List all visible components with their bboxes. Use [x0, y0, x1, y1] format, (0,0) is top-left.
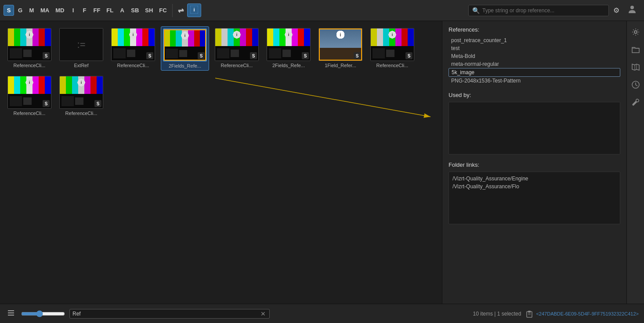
thumbnail-item[interactable]: S i ReferenceCli...	[368, 26, 416, 71]
thumbnail-label: 2Fields_Refe...	[163, 63, 207, 68]
toolbar-btn-sb[interactable]: SB	[128, 5, 141, 15]
toolbar-btn-f[interactable]: F	[79, 5, 90, 15]
filter-clear-button[interactable]: ✕	[260, 310, 267, 317]
toolbar-btn-g[interactable]: G	[15, 5, 25, 15]
thumbnail-item[interactable]: S i ReferenceCli...	[5, 26, 54, 71]
zoom-slider[interactable]	[21, 310, 65, 317]
svg-marker-6	[632, 64, 639, 70]
side-map-button[interactable]	[628, 60, 643, 75]
folder-icon	[631, 45, 640, 54]
search-icon: 🔍	[472, 7, 480, 14]
folder-link-item: /Vizrt-Quality_Assurance/Flo	[452, 183, 616, 190]
toolbar: S G M MA MD I F FF FL A SB SH FC ⇌ i 🔍 ⚙	[0, 0, 644, 21]
sort-button[interactable]: ⇌	[175, 4, 186, 16]
thumbnail-grid: S i ReferenceCli...:=ExtRef S i Referenc…	[5, 26, 437, 118]
thumbnail-item[interactable]: S i ReferenceCli...	[5, 74, 54, 118]
bottom-bar: ✕ 10 items | 1 selected <247DABDE-6E09-5…	[0, 304, 644, 323]
used-by-box	[449, 102, 620, 154]
thumbnail-item[interactable]: S i 2Fields_Refe...	[264, 26, 313, 71]
toolbar-btn-md[interactable]: MD	[53, 5, 67, 15]
user-icon	[627, 4, 637, 14]
list-view-icon	[7, 309, 15, 317]
svg-text:i: i	[193, 7, 195, 12]
toolbar-btn-fl[interactable]: FL	[104, 5, 116, 15]
gear-icon	[631, 28, 640, 36]
side-tools-button[interactable]	[628, 95, 643, 110]
side-folder-button[interactable]	[628, 42, 643, 57]
main-content: S i ReferenceCli...:=ExtRef S i Referenc…	[0, 21, 644, 304]
thumbnail-label: ReferenceCli...	[59, 111, 103, 116]
thumbnail-label: ReferenceCli...	[7, 63, 51, 68]
info-button[interactable]: i	[187, 4, 201, 17]
toolbar-btn-fc[interactable]: FC	[156, 5, 169, 15]
svg-point-2	[630, 6, 634, 9]
right-panel-content: References: post_retrace_counter_1testMe…	[442, 21, 626, 304]
toolbar-btn-i[interactable]: I	[68, 5, 78, 15]
thumbnail-label: ReferenceCli...	[7, 111, 51, 116]
search-input[interactable]	[482, 7, 597, 14]
uuid-text: <247DABDE-6E09-5D4F-9FF751932322C412>	[536, 311, 639, 316]
info-icon: i	[190, 6, 198, 14]
tools-icon	[631, 98, 640, 107]
uuid-section: <247DABDE-6E09-5D4F-9FF751932322C412>	[525, 310, 639, 318]
list-view-button[interactable]	[5, 307, 17, 320]
user-icon-button[interactable]	[624, 3, 640, 18]
thumbnail-label: ExtRef	[59, 63, 103, 68]
toolbar-btn-ma[interactable]: MA	[38, 5, 52, 15]
side-icons-panel	[626, 21, 644, 304]
filter-input[interactable]	[72, 311, 258, 317]
references-list: post_retrace_counter_1testMeta-Boldmeta-…	[449, 36, 620, 85]
folder-links-box: /Vizrt-Quality_Assurance/Engine/Vizrt-Qu…	[449, 172, 620, 224]
toolbar-btn-ff[interactable]: FF	[90, 5, 103, 15]
thumbnail-item[interactable]: :=ExtRef	[57, 26, 105, 71]
side-settings-button[interactable]	[628, 25, 643, 39]
clipboard-icon	[525, 310, 533, 318]
thumbnail-item[interactable]: S i ReferenceCli...	[57, 74, 105, 118]
separator-1	[172, 4, 173, 17]
references-title: References:	[449, 26, 620, 33]
toolbar-btn-a[interactable]: A	[117, 5, 127, 15]
right-panel: References: post_retrace_counter_1testMe…	[442, 21, 626, 304]
svg-point-5	[634, 31, 637, 33]
thumbnail-item[interactable]: S i ReferenceCli...	[109, 26, 157, 71]
reference-item[interactable]: 5k_image	[449, 68, 620, 77]
history-icon	[631, 80, 640, 89]
thumbnail-label: 1Field_Refer...	[318, 63, 362, 68]
thumbnail-item[interactable]: S i ReferenceCli...	[213, 26, 261, 71]
folder-links-title: Folder links:	[449, 162, 620, 168]
folder-link-item: /Vizrt-Quality_Assurance/Engine	[452, 175, 616, 183]
settings-icon-button[interactable]: ⚙	[610, 4, 623, 16]
reference-item[interactable]: meta-normal-regular	[449, 60, 620, 68]
search-bar: 🔍	[468, 5, 609, 16]
side-history-button[interactable]	[628, 77, 643, 92]
reference-item[interactable]: post_retrace_counter_1	[449, 36, 620, 44]
svg-rect-14	[528, 311, 531, 312]
thumbnail-label: 2Fields_Refe...	[267, 63, 311, 68]
thumbnail-item[interactable]: S i 2Fields_Refe...	[161, 26, 209, 71]
reference-item[interactable]: Meta-Bold	[449, 52, 620, 60]
toolbar-btn-sh[interactable]: SH	[142, 5, 156, 15]
reference-item[interactable]: test	[449, 44, 620, 52]
thumbnail-label: ReferenceCli...	[215, 63, 259, 68]
left-panel: S i ReferenceCli...:=ExtRef S i Referenc…	[0, 21, 442, 304]
map-icon	[631, 63, 640, 72]
status-text: 10 items | 1 selected	[473, 311, 521, 317]
used-by-title: Used by:	[449, 92, 620, 98]
filter-bar: ✕	[69, 309, 270, 319]
thumbnail-label: ReferenceCli...	[370, 63, 414, 68]
toolbar-btn-m[interactable]: M	[26, 5, 37, 15]
thumbnail-label: ReferenceCli...	[111, 63, 155, 68]
toolbar-btn-s[interactable]: S	[4, 5, 14, 16]
reference-item[interactable]: PNG-2048x1536-Test-Pattern	[449, 77, 620, 85]
thumbnail-item[interactable]: S i 1Field_Refer...	[316, 26, 365, 71]
